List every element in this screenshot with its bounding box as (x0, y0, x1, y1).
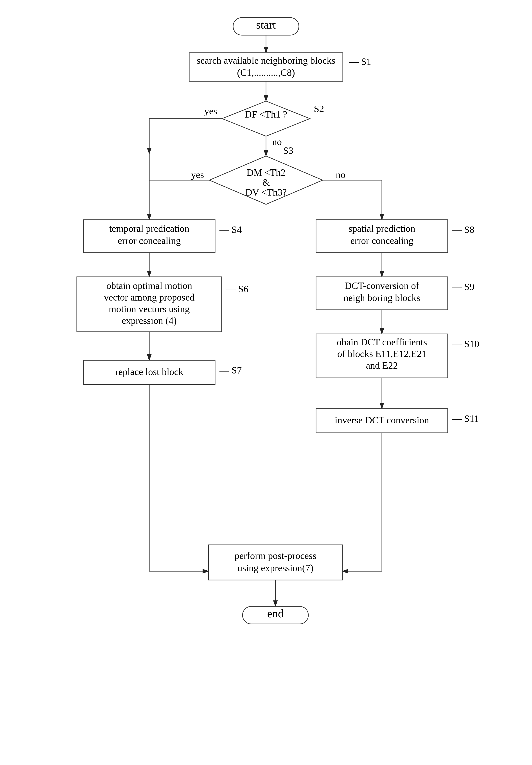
no2-label: no (336, 169, 346, 180)
s2-label: DF <Th1 ? (245, 109, 287, 120)
s8-label-2: error concealing (350, 235, 413, 246)
s9-step: — S9 (452, 282, 474, 292)
s8-label-1: spatial prediction (349, 223, 415, 234)
s6-label-2: vector among proposed (104, 292, 195, 303)
postprocess-label-2: using expression(7) (237, 563, 313, 573)
svg-rect-32 (208, 545, 342, 580)
s9-label-1: DCT-conversion of (345, 280, 419, 291)
s1-step: — S1 (349, 56, 371, 67)
start-label: start (256, 18, 276, 31)
s3-label-2: & (262, 177, 270, 188)
s6-label-4: expression (4) (122, 315, 177, 326)
s8-step: — S8 (452, 224, 474, 235)
yes1-label: yes (204, 106, 217, 116)
s10-label-1: obain DCT coefficients (337, 337, 427, 348)
s6-step: — S6 (226, 284, 248, 295)
end-label: end (267, 607, 284, 620)
s4-label-1: temporal predication (109, 223, 189, 234)
s7-step: — S7 (219, 365, 242, 376)
s10-step: — S10 (452, 339, 479, 349)
s6-label-1: obtain optimal motion (106, 280, 192, 291)
s4-label-2: error concealing (118, 235, 181, 246)
s2-step: S2 (314, 104, 324, 114)
s3-label-3: DV <Th3? (245, 187, 287, 198)
s11-label: inverse DCT conversion (335, 415, 429, 425)
s7-label: replace lost block (115, 367, 183, 377)
s1-label-1: search available neighboring blocks (197, 55, 335, 66)
s10-label-2: of blocks E11,E12,E21 (337, 349, 427, 359)
s6-label-3: motion vectors using (109, 304, 190, 315)
s3-label-1: DM <Th2 (246, 167, 286, 178)
s1-label-2: (C1,..........,C8) (237, 67, 295, 78)
s4-step: — S4 (219, 224, 242, 235)
s3-step-arrow: S3 (283, 145, 293, 156)
postprocess-label-1: perform post-process (235, 550, 317, 561)
yes2-label: yes (191, 169, 204, 180)
s11-step: — S11 (452, 413, 479, 424)
s9-label-2: neigh boring blocks (344, 293, 420, 303)
s10-label-3: and E22 (366, 360, 398, 371)
no1-label: no (272, 136, 282, 147)
diagram-container: start search available neighboring block… (0, 0, 532, 765)
